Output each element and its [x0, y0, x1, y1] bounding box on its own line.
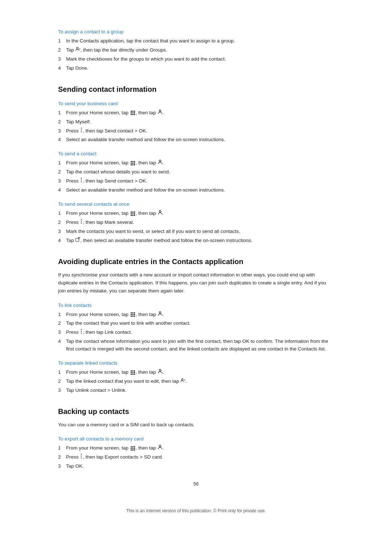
- svg-rect-76: [131, 450, 132, 451]
- svg-rect-20: [132, 163, 133, 164]
- backup-section: Backing up contacts You can use a memory…: [58, 407, 334, 470]
- list-item: 2 Tap Myself.: [58, 118, 334, 126]
- list-item: 3 Mark the contacts you want to send, or…: [58, 228, 334, 235]
- grid-icon: [130, 110, 135, 115]
- svg-point-15: [81, 131, 82, 132]
- share-icon: [75, 238, 81, 243]
- list-item: 3 Mark the checkboxes for the groups to …: [58, 56, 334, 63]
- svg-point-66: [159, 369, 161, 371]
- separate-contacts-list: 1 From your Home screen, tap , then tap …: [58, 369, 334, 394]
- sending-section: Sending contact information To send your…: [58, 85, 334, 245]
- list-item: 1 From your Home screen, tap , then tap …: [58, 210, 334, 217]
- list-item: 2 Tap the contact whose details you want…: [58, 168, 334, 176]
- sending-heading: Sending contact information: [58, 85, 334, 94]
- svg-rect-72: [134, 446, 135, 447]
- duplicate-section: Avoiding duplicate entries in the Contac…: [58, 258, 334, 394]
- svg-rect-3: [131, 111, 132, 112]
- backup-intro: You can use a memory card or a SIM card …: [58, 421, 334, 429]
- svg-point-14: [81, 129, 82, 130]
- svg-point-27: [81, 180, 82, 180]
- svg-point-67: [181, 379, 183, 380]
- svg-rect-11: [134, 114, 135, 115]
- svg-rect-37: [134, 215, 135, 216]
- grid-icon: [130, 161, 135, 166]
- list-item: 4 Select an available transfer method an…: [58, 136, 334, 144]
- person-icon: [158, 110, 163, 115]
- svg-rect-22: [131, 164, 132, 165]
- svg-rect-74: [132, 448, 133, 449]
- grid-icon: [130, 370, 135, 375]
- menu-dots-icon: [80, 219, 83, 225]
- list-item: 4 Select an available transfer method an…: [58, 186, 334, 194]
- grid-icon: [130, 211, 135, 216]
- list-item: 2 Tap the contact that you want to link …: [58, 320, 334, 327]
- person-icon: [158, 312, 163, 317]
- list-item: 2 Press , then tap Export contacts > SD …: [58, 454, 334, 461]
- duplicate-intro: If you synchronise your contacts with a …: [58, 271, 334, 295]
- svg-point-41: [81, 223, 82, 223]
- list-item: 3 Press , then tap Send contact > OK.: [58, 127, 334, 135]
- svg-rect-46: [134, 312, 135, 313]
- svg-rect-77: [132, 450, 133, 451]
- svg-rect-17: [132, 161, 133, 162]
- svg-rect-71: [132, 446, 133, 447]
- person-plus-icon: [180, 378, 185, 384]
- person-icon: [158, 369, 163, 375]
- list-item: 1 From your Home screen, tap , then tap …: [58, 444, 334, 452]
- page-footer: This is an Internet version of this publ…: [58, 508, 334, 513]
- link-contacts-title: To link contacts: [58, 303, 334, 308]
- svg-point-82: [81, 457, 82, 458]
- list-item: 4 Tap , then select an available transfe…: [58, 237, 334, 245]
- person-icon: [158, 445, 163, 451]
- svg-rect-48: [132, 314, 133, 315]
- svg-rect-44: [131, 312, 132, 313]
- send-several-subsection: To send several contacts at once 1 From …: [58, 201, 334, 245]
- svg-rect-73: [131, 448, 132, 449]
- person-icon: [158, 160, 163, 165]
- send-contact-list: 1 From your Home screen, tap , then tap …: [58, 159, 334, 194]
- list-item: 4 Tap the contact whose information you …: [58, 338, 334, 353]
- svg-point-80: [81, 454, 82, 455]
- svg-rect-19: [131, 163, 132, 164]
- svg-rect-70: [131, 446, 132, 447]
- svg-rect-64: [132, 374, 133, 375]
- svg-rect-49: [134, 314, 135, 315]
- svg-rect-5: [134, 111, 135, 112]
- svg-rect-34: [134, 213, 135, 214]
- grid-icon: [130, 312, 135, 317]
- svg-rect-18: [134, 161, 135, 162]
- separate-contacts-title: To separate linked contacts: [58, 360, 334, 366]
- send-contact-subsection: To send a contact 1 From your Home scree…: [58, 151, 334, 194]
- svg-rect-52: [134, 316, 135, 317]
- svg-rect-30: [132, 212, 133, 213]
- svg-rect-23: [132, 164, 133, 165]
- assign-group-list: 1 In the Contacts application, tap the c…: [58, 37, 334, 72]
- svg-point-38: [159, 210, 161, 212]
- assign-group-section: To assign a contact to a group 1 In the …: [58, 29, 334, 72]
- svg-rect-65: [134, 374, 135, 375]
- svg-rect-61: [132, 372, 133, 373]
- svg-point-55: [81, 331, 82, 332]
- svg-rect-57: [131, 370, 132, 372]
- send-contact-title: To send a contact: [58, 151, 334, 156]
- menu-dots-icon: [80, 178, 83, 184]
- svg-rect-58: [132, 370, 133, 372]
- svg-rect-62: [134, 372, 135, 373]
- svg-point-56: [81, 333, 82, 333]
- assign-group-title: To assign a contact to a group: [58, 29, 334, 34]
- list-item: 3 Press , then tap Link contact.: [58, 329, 334, 336]
- link-contacts-subsection: To link contacts 1 From your Home screen…: [58, 303, 334, 353]
- business-card-title: To send your business card: [58, 101, 334, 106]
- svg-rect-10: [132, 114, 133, 115]
- list-item: 3 Tap OK.: [58, 463, 334, 470]
- list-item: 3 Press , then tap Send contact > OK.: [58, 177, 334, 185]
- svg-point-53: [159, 312, 161, 313]
- business-card-subsection: To send your business card 1 From your H…: [58, 101, 334, 144]
- business-card-list: 1 From your Home screen, tap , then tap …: [58, 109, 334, 144]
- page-number: 56: [58, 481, 334, 487]
- svg-rect-36: [132, 215, 133, 216]
- svg-rect-21: [134, 163, 135, 164]
- svg-rect-59: [134, 370, 135, 372]
- svg-rect-7: [132, 112, 133, 114]
- menu-dots-icon: [80, 454, 83, 460]
